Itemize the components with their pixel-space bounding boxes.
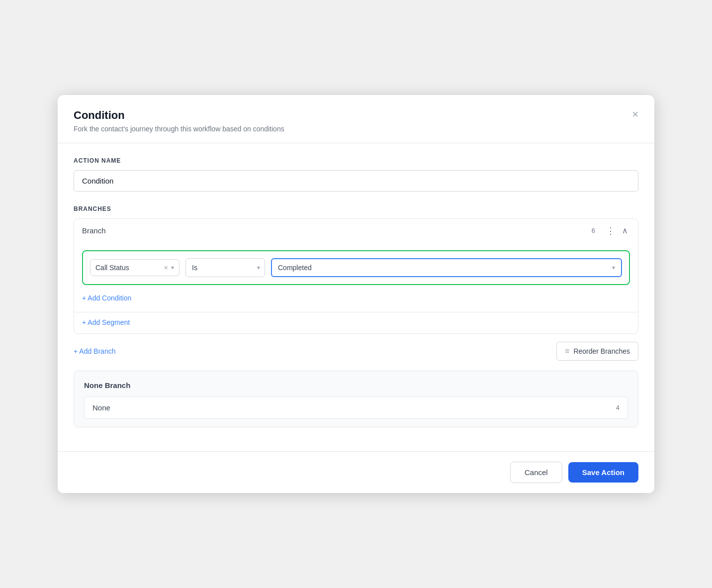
modal-header: Condition Fork the contact's journey thr… bbox=[58, 95, 654, 143]
clear-field-icon[interactable]: × bbox=[164, 264, 168, 272]
operator-select-wrapper: Is Is Not ▾ bbox=[185, 258, 265, 277]
value-text: Completed bbox=[278, 264, 612, 272]
branch-header: 6 ⋮ ∧ bbox=[74, 219, 638, 242]
action-name-label: ACTION NAME bbox=[74, 157, 638, 164]
chevron-up-icon: ∧ bbox=[622, 226, 628, 235]
condition-row: Call Status × ▾ Is Is Not ▾ bbox=[82, 250, 630, 285]
add-branch-button[interactable]: + Add Branch bbox=[74, 347, 115, 355]
add-segment-button[interactable]: + Add Segment bbox=[74, 312, 138, 333]
modal-footer: Cancel Save Action bbox=[58, 451, 654, 493]
branches-section: BRANCHES 6 ⋮ ∧ bbox=[74, 205, 638, 427]
branch-footer: + Add Segment bbox=[74, 312, 638, 333]
modal-subtitle: Fork the contact's journey through this … bbox=[74, 125, 638, 133]
reorder-label: Reorder Branches bbox=[573, 347, 630, 355]
cancel-button[interactable]: Cancel bbox=[510, 462, 562, 483]
save-action-button[interactable]: Save Action bbox=[568, 462, 638, 483]
action-name-input[interactable] bbox=[74, 170, 638, 192]
call-status-text: Call Status bbox=[95, 264, 161, 272]
field-chevron-icon: ▾ bbox=[171, 264, 174, 271]
reorder-branches-button[interactable]: ≡ Reorder Branches bbox=[556, 342, 638, 361]
add-condition-button[interactable]: + Add Condition bbox=[82, 292, 131, 304]
ellipsis-icon: ⋮ bbox=[606, 226, 615, 236]
branch-body: Call Status × ▾ Is Is Not ▾ bbox=[74, 242, 638, 312]
branch-collapse-button[interactable]: ∧ bbox=[620, 226, 630, 235]
operator-select[interactable]: Is Is Not bbox=[185, 258, 265, 277]
branch-badge: 6 bbox=[592, 227, 595, 234]
call-status-field[interactable]: Call Status × ▾ bbox=[90, 259, 179, 276]
value-chevron-icon: ▾ bbox=[612, 264, 615, 271]
none-branch-card: None Branch None 4 bbox=[74, 371, 638, 427]
modal-title: Condition bbox=[74, 109, 638, 122]
close-button[interactable]: × bbox=[630, 107, 640, 122]
none-branch-row: None 4 bbox=[84, 396, 628, 419]
branches-actions: + Add Branch ≡ Reorder Branches bbox=[74, 342, 638, 361]
modal-container: Condition Fork the contact's journey thr… bbox=[58, 95, 654, 493]
value-field[interactable]: Completed ▾ bbox=[271, 258, 622, 277]
branch-card: 6 ⋮ ∧ Call Status × bbox=[74, 218, 638, 334]
none-branch-badge: 4 bbox=[616, 404, 620, 411]
none-branch-text: None bbox=[92, 403, 616, 412]
branch-menu-button[interactable]: ⋮ bbox=[603, 226, 618, 235]
modal-body: ACTION NAME BRANCHES 6 ⋮ ∧ bbox=[58, 143, 654, 451]
reorder-icon: ≡ bbox=[565, 347, 569, 356]
branch-name-input[interactable] bbox=[82, 226, 592, 235]
branches-label: BRANCHES bbox=[74, 205, 638, 212]
none-branch-title: None Branch bbox=[84, 381, 628, 390]
